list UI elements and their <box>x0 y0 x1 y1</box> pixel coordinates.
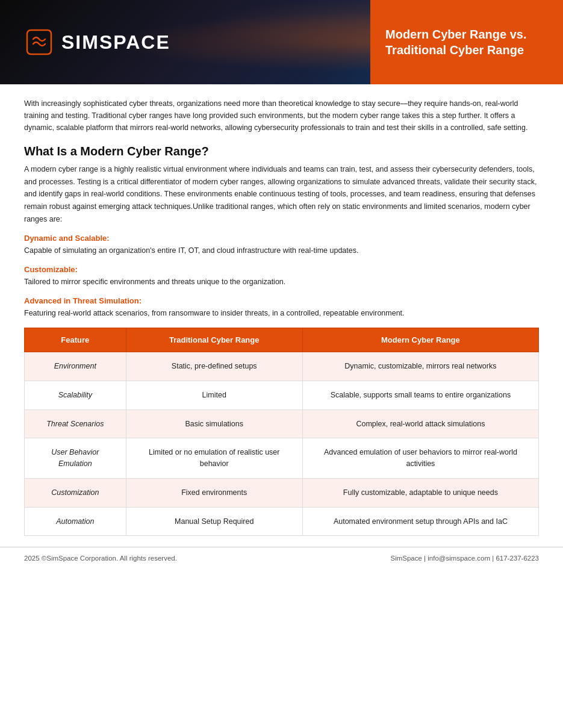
intro-paragraph: With increasingly sophisticated cyber th… <box>24 98 539 134</box>
feature-label-1: Customizable: <box>24 265 539 274</box>
header-title: Modern Cyber Range vs. Traditional Cyber… <box>385 26 527 58</box>
table-row: CustomizationFixed environmentsFully cus… <box>25 478 539 507</box>
table-cell-feature: Environment <box>25 352 126 381</box>
table-cell-modern: Scalable, supports small teams to entire… <box>302 381 538 409</box>
footer-contact: SimSpace | info@simspace.com | 617-237-6… <box>391 555 540 562</box>
table-header-traditional: Traditional Cyber Range <box>126 328 302 352</box>
feature-desc-1: Tailored to mirror specific environments… <box>24 276 539 288</box>
feature-desc-2: Featuring real-world attack scenarios, f… <box>24 307 539 319</box>
table-cell-feature: Customization <box>25 478 126 507</box>
what-is-text: A modern cyber range is a highly realist… <box>24 163 539 225</box>
table-row: Threat ScenariosBasic simulationsComplex… <box>25 409 539 438</box>
feature-label-2: Advanced in Threat Simulation: <box>24 296 539 305</box>
feature-desc-0: Capable of simulating an organization's … <box>24 244 539 257</box>
what-is-heading: What Is a Modern Cyber Range? <box>24 145 539 158</box>
header-logo: SimSpace <box>24 27 170 57</box>
table-cell-traditional: Basic simulations <box>126 409 302 438</box>
table-cell-traditional: Limited <box>126 381 302 409</box>
table-cell-modern: Automated environment setup through APIs… <box>302 507 538 536</box>
table-row: User Behavior EmulationLimited or no emu… <box>25 438 539 479</box>
logo-text: SimSpace <box>61 31 170 54</box>
simspace-logo-icon <box>24 27 54 57</box>
table-cell-feature: Automation <box>25 507 126 536</box>
table-cell-traditional: Limited or no emulation of realistic use… <box>126 438 302 479</box>
table-cell-modern: Fully customizable, adaptable to unique … <box>302 478 538 507</box>
header-title-box: Modern Cyber Range vs. Traditional Cyber… <box>370 0 563 84</box>
table-header-row: Feature Traditional Cyber Range Modern C… <box>25 328 539 352</box>
table-cell-traditional: Static, pre-defined setups <box>126 352 302 381</box>
table-row: AutomationManual Setup RequiredAutomated… <box>25 507 539 536</box>
table-cell-traditional: Fixed environments <box>126 478 302 507</box>
table-cell-feature: Threat Scenarios <box>25 409 126 438</box>
table-cell-modern: Dynamic, customizable, mirrors real netw… <box>302 352 538 381</box>
table-cell-traditional: Manual Setup Required <box>126 507 302 536</box>
table-cell-modern: Advanced emulation of user behaviors to … <box>302 438 538 479</box>
svg-rect-0 <box>27 30 51 54</box>
main-content: With increasingly sophisticated cyber th… <box>0 84 563 536</box>
table-cell-feature: User Behavior Emulation <box>25 438 126 479</box>
table-header-feature: Feature <box>25 328 126 352</box>
comparison-table: Feature Traditional Cyber Range Modern C… <box>24 328 539 536</box>
table-row: ScalabilityLimitedScalable, supports sma… <box>25 381 539 409</box>
header: SimSpace Modern Cyber Range vs. Traditio… <box>0 0 563 84</box>
table-row: EnvironmentStatic, pre-defined setupsDyn… <box>25 352 539 381</box>
table-cell-feature: Scalability <box>25 381 126 409</box>
table-cell-modern: Complex, real-world attack simulations <box>302 409 538 438</box>
footer-copyright: 2025 ©SimSpace Corporation. All rights r… <box>24 555 177 562</box>
table-header-modern: Modern Cyber Range <box>302 328 538 352</box>
feature-label-0: Dynamic and Scalable: <box>24 234 539 243</box>
footer: 2025 ©SimSpace Corporation. All rights r… <box>0 547 563 569</box>
